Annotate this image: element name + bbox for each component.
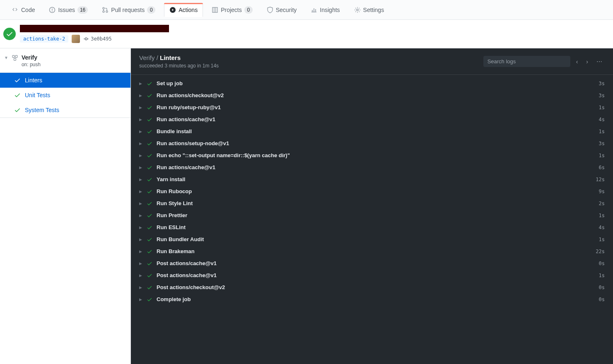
step-row[interactable]: ▶Run echo "::set-output name=dir::$(yarn… <box>131 149 613 161</box>
caret-right-icon: ▶ <box>139 213 142 218</box>
graph-icon <box>311 7 317 13</box>
step-name: Run actions/cache@v1 <box>157 116 595 122</box>
tab-settings[interactable]: Settings <box>349 3 390 17</box>
step-row[interactable]: ▶Run ruby/setup-ruby@v11s <box>131 101 613 113</box>
run-header: actions-take-2 3e0b495 <box>0 20 613 48</box>
step-row[interactable]: ▶Run actions/checkout@v23s <box>131 89 613 101</box>
caret-right-icon: ▶ <box>139 105 142 110</box>
tab-projects[interactable]: Projects0 <box>206 2 258 17</box>
tab-actions[interactable]: Actions <box>164 3 203 17</box>
check-icon <box>147 237 152 242</box>
step-row[interactable]: ▶Post actions/cache@v11s <box>131 269 613 281</box>
check-icon <box>147 249 152 254</box>
log-breadcrumb: Verify / Linters <box>139 54 219 61</box>
step-row[interactable]: ▶Bundle install1s <box>131 125 613 137</box>
step-duration: 12s <box>596 177 605 182</box>
run-title-redacted <box>20 25 169 32</box>
tab-security[interactable]: Security <box>261 3 302 17</box>
author-avatar[interactable] <box>72 35 80 43</box>
tab-issues[interactable]: Issues16 <box>43 2 93 17</box>
check-icon <box>147 153 152 158</box>
step-duration: 0s <box>599 297 605 302</box>
workflow-trigger: on: push <box>22 62 41 67</box>
check-icon <box>147 141 152 146</box>
step-duration: 0s <box>599 261 605 266</box>
check-icon <box>147 105 152 110</box>
workflow-name: Verify <box>22 54 41 61</box>
caret-right-icon: ▶ <box>139 261 142 266</box>
step-row[interactable]: ▶Run actions/cache@v14s <box>131 113 613 125</box>
step-duration: 3s <box>599 93 605 98</box>
caret-right-icon: ▶ <box>139 177 142 182</box>
step-row[interactable]: ▶Run Rubocop9s <box>131 185 613 197</box>
job-label: System Tests <box>25 107 59 113</box>
check-icon <box>147 129 152 134</box>
check-icon <box>147 261 152 266</box>
job-unit-tests[interactable]: Unit Tests <box>0 88 130 103</box>
workflow-sidebar: ▼ Verify on: push LintersUnit TestsSyste… <box>0 48 131 364</box>
step-row[interactable]: ▶Run Brakeman22s <box>131 245 613 257</box>
commit-hash[interactable]: 3e0b495 <box>83 36 112 42</box>
caret-right-icon: ▶ <box>139 153 142 158</box>
shield-icon <box>267 7 273 13</box>
step-row[interactable]: ▶Run Style Lint2s <box>131 197 613 209</box>
tab-label: Pull requests <box>111 7 145 13</box>
check-icon <box>147 189 152 194</box>
caret-right-icon: ▶ <box>139 273 142 278</box>
step-row[interactable]: ▶Set up job3s <box>131 77 613 89</box>
workflow-header[interactable]: ▼ Verify on: push <box>0 48 130 72</box>
step-row[interactable]: ▶Complete job0s <box>131 293 613 305</box>
check-icon <box>147 285 152 290</box>
step-duration: 4s <box>599 225 605 230</box>
check-icon <box>147 165 152 170</box>
step-name: Run echo "::set-output name=dir::$(yarn … <box>157 152 595 158</box>
repo-tabnav: CodeIssues16Pull requests0ActionsProject… <box>0 0 613 20</box>
step-duration: 4s <box>599 117 605 122</box>
step-duration: 1s <box>599 153 605 158</box>
step-name: Run Prettier <box>157 212 595 218</box>
branch-pill[interactable]: actions-take-2 <box>20 35 68 43</box>
tab-code[interactable]: Code <box>7 3 40 17</box>
project-icon <box>212 7 218 13</box>
search-logs-input[interactable] <box>483 56 570 67</box>
step-row[interactable]: ▶Run Prettier1s <box>131 209 613 221</box>
check-icon <box>147 81 152 86</box>
check-icon <box>147 93 152 98</box>
step-duration: 1s <box>599 129 605 134</box>
issue-icon <box>49 7 56 13</box>
job-linters[interactable]: Linters <box>0 73 130 88</box>
step-row[interactable]: ▶Post actions/cache@v10s <box>131 257 613 269</box>
caret-down-icon: ▼ <box>4 54 8 60</box>
caret-right-icon: ▶ <box>139 201 142 206</box>
log-options-button[interactable]: ⋯ <box>594 57 605 67</box>
caret-right-icon: ▶ <box>139 249 142 254</box>
step-duration: 22s <box>596 249 605 254</box>
step-row[interactable]: ▶Yarn install12s <box>131 173 613 185</box>
prev-result-button[interactable]: ‹ <box>574 57 581 67</box>
check-icon <box>147 273 152 278</box>
tab-counter: 0 <box>147 6 155 14</box>
step-name: Run actions/setup-node@v1 <box>157 140 595 146</box>
tab-counter: 16 <box>77 6 88 14</box>
caret-right-icon: ▶ <box>139 129 142 134</box>
step-row[interactable]: ▶Run ESLint4s <box>131 221 613 233</box>
caret-right-icon: ▶ <box>139 117 142 122</box>
next-result-button[interactable]: › <box>584 57 591 67</box>
job-system-tests[interactable]: System Tests <box>0 103 130 117</box>
step-row[interactable]: ▶Post actions/checkout@v20s <box>131 281 613 293</box>
step-duration: 3s <box>599 81 605 86</box>
caret-right-icon: ▶ <box>139 285 142 290</box>
check-icon <box>147 177 152 182</box>
commit-icon <box>83 36 89 42</box>
step-duration: 1s <box>599 237 605 242</box>
tab-label: Security <box>276 7 297 13</box>
step-duration: 3s <box>599 141 605 146</box>
step-row[interactable]: ▶Run actions/setup-node@v13s <box>131 137 613 149</box>
tab-insights[interactable]: Insights <box>305 3 345 17</box>
step-name: Run Bundler Audit <box>157 236 595 242</box>
tab-pull-requests[interactable]: Pull requests0 <box>97 2 161 17</box>
job-label: Linters <box>25 77 42 84</box>
workflow-icon <box>12 54 18 61</box>
step-row[interactable]: ▶Run actions/cache@v16s <box>131 161 613 173</box>
step-row[interactable]: ▶Run Bundler Audit1s <box>131 233 613 245</box>
